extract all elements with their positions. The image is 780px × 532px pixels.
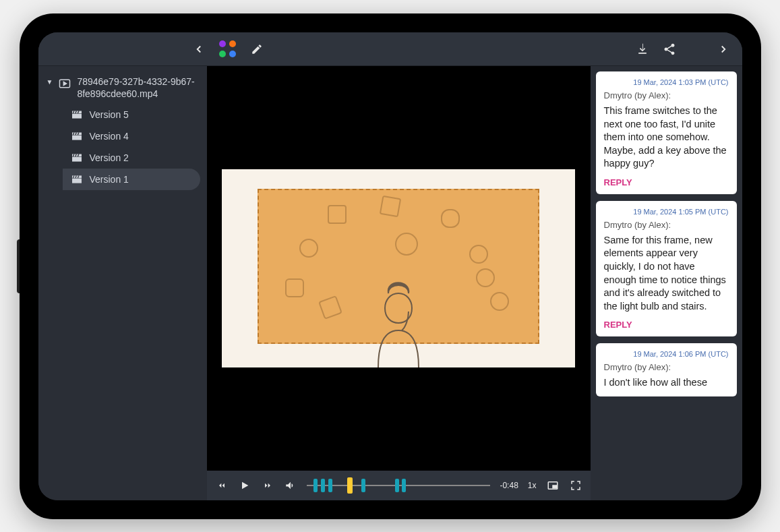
file-name-label: 78946e79-327b-4332-9b67-8fe896cdee60.mp4 [77, 76, 198, 100]
version-item[interactable]: Version 5 [63, 104, 200, 125]
tablet-frame: ▼ 78946e79-327b-4332-9b67-8fe896cdee60.m… [20, 13, 761, 519]
collapse-comments-button[interactable] [710, 36, 737, 63]
share-button[interactable] [656, 36, 683, 63]
clapper-icon [71, 153, 83, 162]
timeline-marker[interactable] [321, 479, 325, 492]
version-label: Version 4 [90, 131, 129, 142]
timeline-scrubber[interactable] [307, 477, 491, 494]
version-label: Version 1 [90, 174, 129, 185]
svg-rect-12 [72, 157, 82, 162]
svg-rect-7 [72, 136, 82, 140]
next-frame-button[interactable] [261, 479, 274, 492]
playback-speed[interactable]: 1x [528, 481, 537, 490]
svg-rect-2 [72, 114, 82, 119]
version-label: Version 5 [90, 109, 129, 120]
clapper-icon [71, 175, 83, 184]
edit-button[interactable] [243, 36, 270, 63]
app-logo [218, 39, 238, 59]
reply-button[interactable]: REPLY [604, 317, 729, 330]
player-column: -0:48 1x [207, 66, 591, 500]
svg-marker-22 [242, 482, 248, 490]
version-item[interactable]: Version 4 [63, 125, 200, 147]
clapper-icon [71, 131, 83, 141]
app-screen: ▼ 78946e79-327b-4332-9b67-8fe896cdee60.m… [38, 32, 742, 500]
comment-author: Dmytro (by Alex): [604, 90, 729, 100]
comment-body: I don't like how all these [604, 376, 729, 390]
version-item[interactable]: Version 1 [63, 169, 200, 190]
prev-frame-button[interactable] [215, 479, 229, 492]
comments-panel: 19 Mar, 2024 1:03 PM (UTC) Dmytro (by Al… [591, 66, 742, 500]
file-sidebar: ▼ 78946e79-327b-4332-9b67-8fe896cdee60.m… [38, 66, 207, 500]
back-button[interactable] [185, 36, 212, 63]
svg-marker-1 [64, 82, 67, 86]
file-item[interactable]: ▼ 78946e79-327b-4332-9b67-8fe896cdee60.m… [38, 71, 207, 104]
timeline-marker[interactable] [328, 479, 332, 492]
version-label: Version 2 [90, 152, 129, 163]
timeline-marker[interactable] [313, 479, 318, 492]
reply-button[interactable]: REPLY [604, 175, 729, 187]
comment-timestamp: 19 Mar, 2024 1:05 PM (UTC) [604, 208, 729, 216]
fullscreen-button[interactable] [569, 479, 582, 492]
clapper-icon [71, 110, 83, 119]
timeline-marker[interactable] [395, 479, 399, 492]
video-file-icon [58, 76, 71, 90]
timeline-playhead[interactable] [347, 477, 353, 494]
person-illustration [355, 266, 442, 367]
video-frame [222, 169, 574, 367]
player-controls: -0:48 1x [207, 471, 591, 500]
time-remaining: -0:48 [500, 481, 518, 490]
play-button[interactable] [238, 479, 251, 492]
comment-card[interactable]: 19 Mar, 2024 1:05 PM (UTC) Dmytro (by Al… [596, 201, 737, 336]
comment-author: Dmytro (by Alex): [604, 362, 729, 372]
expand-toggle-icon[interactable]: ▼ [47, 76, 53, 86]
download-button[interactable] [629, 36, 656, 63]
svg-rect-24 [553, 485, 556, 488]
comment-timestamp: 19 Mar, 2024 1:03 PM (UTC) [604, 78, 729, 86]
comment-timestamp: 19 Mar, 2024 1:06 PM (UTC) [604, 350, 729, 358]
main-area: ▼ 78946e79-327b-4332-9b67-8fe896cdee60.m… [38, 66, 742, 500]
comment-body: This frame switches to the next one too … [604, 105, 729, 171]
comment-body: Same for this frame, new elements appear… [604, 234, 729, 313]
comment-card[interactable]: 19 Mar, 2024 1:03 PM (UTC) Dmytro (by Al… [596, 71, 737, 194]
video-viewport[interactable] [207, 66, 591, 471]
volume-button[interactable] [284, 479, 297, 492]
svg-rect-17 [72, 179, 82, 183]
comment-author: Dmytro (by Alex): [604, 220, 729, 230]
version-list: Version 5 Version 4 Version 2 Version 1 [38, 104, 207, 190]
timeline-marker[interactable] [402, 479, 406, 492]
version-item[interactable]: Version 2 [63, 147, 200, 169]
top-toolbar [38, 32, 742, 66]
comment-card[interactable]: 19 Mar, 2024 1:06 PM (UTC) Dmytro (by Al… [596, 343, 737, 396]
timeline-marker[interactable] [361, 479, 365, 492]
pip-button[interactable] [546, 479, 560, 492]
